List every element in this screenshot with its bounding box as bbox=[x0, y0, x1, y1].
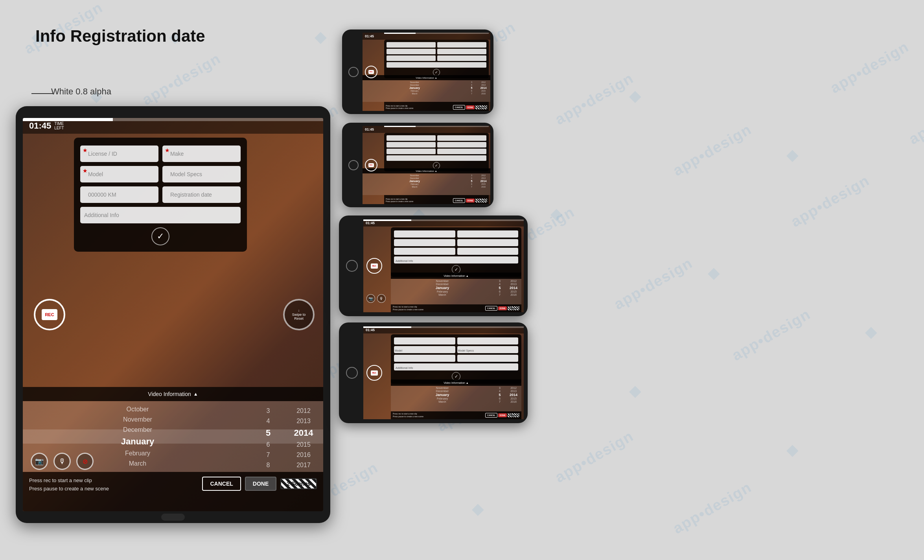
phone3-model-specs-field[interactable] bbox=[457, 239, 519, 246]
model-field[interactable]: Model bbox=[80, 166, 158, 182]
phone2-month-col[interactable]: November December January February March bbox=[363, 173, 467, 195]
phone3-cancel-button[interactable]: CANCEL bbox=[485, 306, 497, 311]
phone1-km-field[interactable] bbox=[387, 55, 436, 61]
phone3-rec-button[interactable]: REC bbox=[366, 258, 382, 274]
phone3-video-info-bar[interactable]: Video Information ▲ bbox=[391, 273, 521, 279]
phone2-km-field[interactable] bbox=[387, 149, 436, 154]
swipe-reset-button[interactable]: ↓Swipe toReset bbox=[283, 299, 315, 330]
phone1-model-specs-field[interactable] bbox=[437, 49, 486, 54]
form-panel[interactable]: License / ID Make Model Model Specs 0000… bbox=[74, 138, 247, 252]
km-field[interactable]: 000000 KM bbox=[80, 186, 158, 203]
phone4-progress bbox=[363, 326, 524, 328]
phone4-form-panel[interactable]: Model Model Specs Additional Info bbox=[391, 334, 521, 384]
form-row-1: License / ID Make bbox=[80, 146, 241, 162]
phone4-year-col[interactable]: 2012 2013 2014 2015 2016 bbox=[506, 386, 521, 411]
bottom-bar: Press rec to start a new clip Press paus… bbox=[23, 472, 323, 511]
phone2-date-picker[interactable]: November December January February March… bbox=[363, 173, 490, 195]
additional-info-field[interactable]: Additional Info bbox=[80, 207, 241, 223]
phone4-rec-button[interactable]: REC bbox=[366, 365, 382, 381]
rec-button[interactable]: REC bbox=[34, 299, 65, 330]
phone2-make-field[interactable] bbox=[437, 135, 486, 141]
done-button[interactable]: DONE bbox=[245, 477, 276, 491]
license-field[interactable]: License / ID bbox=[80, 146, 158, 162]
phone3-month-col[interactable]: November December January February March bbox=[391, 279, 494, 304]
phone1-year-col[interactable]: 2012 2013 2014 2015 2016 bbox=[477, 80, 490, 102]
phone1-instr2: Press pause to create a new scene bbox=[386, 107, 413, 109]
phone4-make-field[interactable] bbox=[457, 337, 519, 344]
model-field-text: Model bbox=[84, 171, 103, 177]
phone1-month-col[interactable]: November December January February March bbox=[363, 80, 467, 102]
slash-icon-button[interactable]: ⊘ bbox=[76, 453, 94, 470]
phone3-make-field[interactable] bbox=[457, 230, 519, 238]
camera-icon-button[interactable]: 📷 bbox=[31, 453, 48, 470]
phone2-side-button[interactable] bbox=[348, 160, 359, 170]
phone3-day-col[interactable]: 3 4 5 6 7 bbox=[494, 279, 506, 304]
phone1-license-field[interactable] bbox=[387, 42, 436, 48]
phone4-model-field[interactable]: Model bbox=[394, 346, 455, 353]
phone4-side-button[interactable] bbox=[346, 367, 358, 379]
cancel-button[interactable]: CANCEL bbox=[202, 477, 241, 491]
phone2-year-col[interactable]: 2012 2013 2014 2015 2016 bbox=[477, 173, 490, 195]
phone3-additional-info-field[interactable]: Additional Info bbox=[394, 256, 518, 263]
phone1-additional-info-field[interactable] bbox=[387, 62, 486, 68]
phone4-additional-info-field[interactable]: Additional Info bbox=[394, 363, 518, 370]
phone1-date-picker[interactable]: November December January February March… bbox=[363, 80, 490, 102]
phone1-make-field[interactable] bbox=[437, 42, 486, 48]
phone2-model-specs-field[interactable] bbox=[437, 142, 486, 147]
phone4-date-picker[interactable]: November December January February March… bbox=[391, 386, 521, 411]
phone2-rec-button[interactable]: REC bbox=[365, 159, 377, 171]
phone3-model-field[interactable] bbox=[394, 239, 455, 246]
phone2-done-button[interactable]: DONE bbox=[466, 199, 475, 203]
phone4-done-button[interactable]: DONE bbox=[498, 413, 507, 417]
phone4-day-col[interactable]: 3 4 5 6 7 bbox=[494, 386, 506, 411]
white-alpha-label: White 0.8 alpha bbox=[51, 87, 111, 97]
video-info-bar[interactable]: Video Information ▲ bbox=[23, 387, 323, 401]
phone4-reg-date-field[interactable] bbox=[457, 355, 519, 362]
phone1-progress bbox=[384, 33, 489, 34]
phone3-date-picker[interactable]: November December January February March… bbox=[391, 279, 521, 304]
phone3-year-col[interactable]: 2012 2013 2014 2015 2016 bbox=[506, 279, 521, 304]
mic-icon-button[interactable]: 🎙 bbox=[53, 453, 71, 470]
reg-date-field[interactable]: Registration date bbox=[162, 186, 241, 203]
checkmark-button[interactable] bbox=[151, 227, 169, 245]
model-specs-field[interactable]: Model Specs bbox=[162, 166, 241, 182]
phone4-video-info-bar[interactable]: Video Information ▲ bbox=[391, 379, 521, 386]
phone1-done-button[interactable]: DONE bbox=[466, 105, 475, 109]
phone4-model-specs-field[interactable]: Model Specs bbox=[457, 346, 519, 353]
phone2-license-field[interactable] bbox=[387, 135, 436, 141]
phone4-month-col[interactable]: November December January February March bbox=[391, 386, 494, 411]
phone3-reg-date-field[interactable] bbox=[457, 248, 519, 255]
phone1-video-info-bar[interactable]: Video Information ▲ bbox=[363, 75, 490, 80]
phone3-form-panel[interactable]: Additional Info bbox=[391, 227, 521, 277]
phone2-form-panel[interactable] bbox=[384, 133, 489, 171]
phone3-done-button[interactable]: DONE bbox=[498, 306, 507, 310]
phone4-cancel-button[interactable]: CANCEL bbox=[485, 413, 497, 418]
phone1-reg-date-field[interactable] bbox=[437, 55, 486, 61]
make-field[interactable]: Make bbox=[162, 146, 241, 162]
phone2-model-field[interactable] bbox=[387, 142, 436, 147]
phone3-license-field[interactable] bbox=[394, 230, 455, 238]
phone2-video-info-bar[interactable]: Video Information ▲ bbox=[363, 168, 490, 173]
phone1-side-button[interactable] bbox=[348, 67, 359, 77]
phone2-day-col[interactable]: 3 4 5 6 7 bbox=[467, 173, 477, 195]
tablet-home-button[interactable] bbox=[161, 514, 185, 521]
year-column[interactable]: 2012 2013 2014 2015 2016 2017 bbox=[284, 402, 323, 471]
date-year-2016: 2016 bbox=[284, 451, 323, 459]
phone2-additional-info-field[interactable] bbox=[387, 155, 486, 161]
phone1-rec-button[interactable]: REC bbox=[365, 66, 377, 78]
phone3-mic-icon-button[interactable]: 🎙 bbox=[377, 294, 386, 303]
phone4-km-field[interactable] bbox=[394, 355, 455, 362]
phone3-camera-icon-button[interactable]: 📷 bbox=[366, 294, 375, 303]
phone3-side-button[interactable] bbox=[346, 260, 358, 272]
phone1-form-panel[interactable] bbox=[384, 40, 489, 78]
phone2-reg-date-field[interactable] bbox=[437, 149, 486, 154]
phone2-cancel-button[interactable]: CANCEL bbox=[453, 198, 465, 203]
day-column[interactable]: 3 4 5 6 7 8 bbox=[252, 402, 284, 471]
phone3-video-info-text: Video Information ▲ bbox=[444, 274, 469, 277]
phone1-model-field[interactable] bbox=[387, 49, 436, 54]
phone1-cancel-button[interactable]: CANCEL bbox=[453, 105, 465, 110]
phone4-license-field[interactable] bbox=[394, 337, 455, 344]
phone3-km-field[interactable] bbox=[394, 248, 455, 255]
phone1-day-col[interactable]: 3 4 5 6 7 bbox=[467, 80, 477, 102]
phone3-mic-icon: 🎙 bbox=[379, 297, 383, 301]
